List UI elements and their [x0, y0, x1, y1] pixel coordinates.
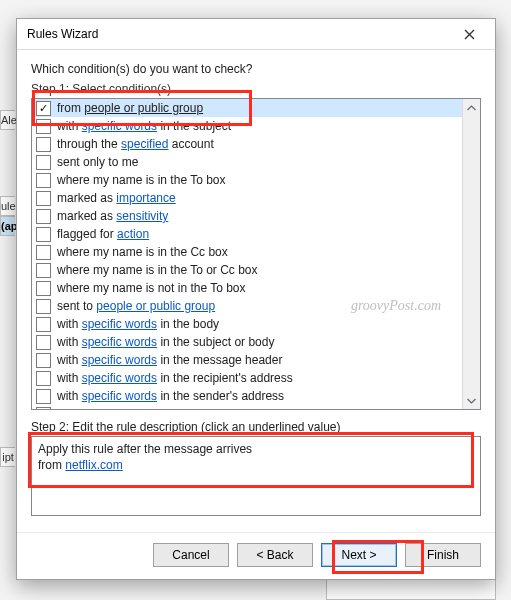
condition-label: sent only to me: [57, 155, 138, 169]
scroll-up-button[interactable]: [463, 99, 480, 116]
condition-item[interactable]: sent only to me: [32, 153, 462, 171]
condition-item[interactable]: with specific words in the subject: [32, 117, 462, 135]
condition-label: with specific words in the message heade…: [57, 353, 282, 367]
condition-label: assigned to category category: [57, 407, 217, 409]
condition-link[interactable]: people or public group: [96, 299, 215, 313]
condition-checkbox[interactable]: [36, 353, 51, 368]
condition-checkbox[interactable]: [36, 155, 51, 170]
close-icon: [464, 29, 475, 40]
condition-checkbox[interactable]: [36, 389, 51, 404]
condition-item[interactable]: with specific words in the message heade…: [32, 351, 462, 369]
condition-link[interactable]: importance: [116, 191, 175, 205]
prompt-text: Which condition(s) do you want to check?: [31, 62, 481, 76]
condition-link[interactable]: specific words: [82, 335, 157, 349]
condition-item[interactable]: assigned to category category: [32, 405, 462, 409]
step1-label: Step 1: Select condition(s): [31, 82, 481, 96]
condition-label: with specific words in the body: [57, 317, 219, 331]
condition-item[interactable]: with specific words in the subject or bo…: [32, 333, 462, 351]
condition-link[interactable]: specific words: [82, 371, 157, 385]
condition-link[interactable]: sensitivity: [116, 209, 168, 223]
condition-label: where my name is in the To box: [57, 173, 226, 187]
condition-item[interactable]: marked as sensitivity: [32, 207, 462, 225]
bg-fragment: [326, 578, 496, 600]
condition-item[interactable]: flagged for action: [32, 225, 462, 243]
description-link-sender[interactable]: netflix.com: [65, 458, 122, 472]
bg-fragment: ipt: [0, 447, 15, 467]
description-line: Apply this rule after the message arrive…: [38, 441, 474, 457]
chevron-down-icon: [467, 398, 476, 404]
condition-label: where my name is in the Cc box: [57, 245, 228, 259]
condition-label: from people or public group: [57, 101, 203, 115]
finish-button[interactable]: Finish: [405, 543, 481, 567]
condition-label: where my name is in the To or Cc box: [57, 263, 258, 277]
rule-description-box[interactable]: Apply this rule after the message arrive…: [31, 436, 481, 516]
cancel-button[interactable]: Cancel: [153, 543, 229, 567]
condition-checkbox[interactable]: [36, 137, 51, 152]
condition-item[interactable]: ✓from people or public group: [32, 99, 462, 117]
condition-checkbox[interactable]: [36, 209, 51, 224]
condition-label: with specific words in the recipient's a…: [57, 371, 293, 385]
condition-label: where my name is not in the To box: [57, 281, 246, 295]
bg-fragment: (ap: [0, 216, 15, 236]
condition-checkbox[interactable]: [36, 119, 51, 134]
next-button[interactable]: Next >: [321, 543, 397, 567]
condition-label: flagged for action: [57, 227, 149, 241]
description-line: from netflix.com: [38, 457, 474, 473]
condition-item[interactable]: sent to people or public group: [32, 297, 462, 315]
back-button[interactable]: < Back: [237, 543, 313, 567]
condition-checkbox[interactable]: [36, 335, 51, 350]
chevron-up-icon: [467, 105, 476, 111]
condition-link[interactable]: people or public group: [84, 101, 203, 115]
condition-label: with specific words in the subject: [57, 119, 231, 133]
condition-item[interactable]: with specific words in the sender's addr…: [32, 387, 462, 405]
condition-link[interactable]: specified: [121, 137, 168, 151]
condition-link[interactable]: category: [122, 407, 168, 409]
condition-checkbox[interactable]: [36, 245, 51, 260]
condition-label: with specific words in the sender's addr…: [57, 389, 284, 403]
scrollbar[interactable]: [462, 99, 480, 409]
condition-checkbox[interactable]: [36, 227, 51, 242]
condition-checkbox[interactable]: [36, 173, 51, 188]
condition-checkbox[interactable]: [36, 317, 51, 332]
conditions-listbox[interactable]: ✓from people or public groupwith specifi…: [31, 98, 481, 410]
condition-label: with specific words in the subject or bo…: [57, 335, 274, 349]
condition-checkbox[interactable]: [36, 263, 51, 278]
condition-checkbox[interactable]: [36, 371, 51, 386]
titlebar: Rules Wizard: [17, 19, 495, 50]
condition-checkbox[interactable]: [36, 191, 51, 206]
condition-label: through the specified account: [57, 137, 214, 151]
scroll-down-button[interactable]: [463, 392, 480, 409]
condition-label: marked as importance: [57, 191, 176, 205]
condition-link[interactable]: specific words: [82, 119, 157, 133]
condition-item[interactable]: with specific words in the recipient's a…: [32, 369, 462, 387]
condition-label: sent to people or public group: [57, 299, 215, 313]
condition-checkbox[interactable]: [36, 407, 51, 410]
close-button[interactable]: [449, 20, 489, 48]
step2-label: Step 2: Edit the rule description (click…: [31, 420, 481, 434]
condition-item[interactable]: where my name is in the Cc box: [32, 243, 462, 261]
condition-checkbox[interactable]: ✓: [36, 101, 51, 116]
condition-item[interactable]: where my name is in the To or Cc box: [32, 261, 462, 279]
condition-item[interactable]: through the specified account: [32, 135, 462, 153]
condition-item[interactable]: with specific words in the body: [32, 315, 462, 333]
description-text: from: [38, 458, 65, 472]
bg-fragment: Ale: [0, 110, 15, 130]
condition-checkbox[interactable]: [36, 281, 51, 296]
condition-link[interactable]: specific words: [82, 353, 157, 367]
condition-link[interactable]: specific words: [82, 389, 157, 403]
condition-label: marked as sensitivity: [57, 209, 168, 223]
rules-wizard-dialog: Rules Wizard Which condition(s) do you w…: [16, 18, 496, 580]
dialog-title: Rules Wizard: [27, 27, 98, 41]
condition-item[interactable]: where my name is not in the To box: [32, 279, 462, 297]
condition-link[interactable]: action: [117, 227, 149, 241]
condition-item[interactable]: where my name is in the To box: [32, 171, 462, 189]
condition-item[interactable]: marked as importance: [32, 189, 462, 207]
dialog-buttons: Cancel < Back Next > Finish: [17, 532, 495, 579]
bg-fragment: ule: [0, 196, 15, 216]
condition-checkbox[interactable]: [36, 299, 51, 314]
condition-link[interactable]: specific words: [82, 317, 157, 331]
